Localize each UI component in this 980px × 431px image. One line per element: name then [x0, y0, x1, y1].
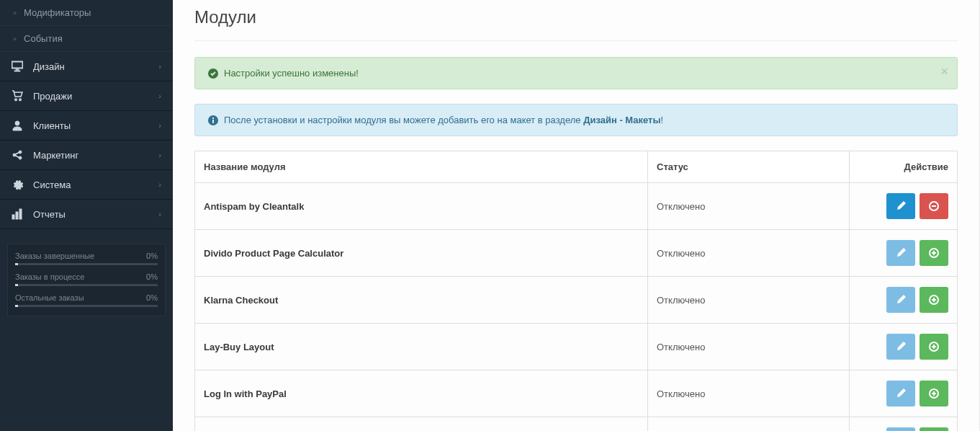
sidebar-subitem-label: События	[24, 33, 63, 44]
progress-label: Заказы завершенные	[15, 252, 94, 260]
progress-value: 0%	[146, 252, 158, 260]
edit-button[interactable]	[886, 381, 915, 406]
edit-button[interactable]	[886, 427, 915, 431]
install-button[interactable]	[920, 287, 948, 313]
chevron-right-icon: ›	[158, 151, 161, 159]
sidebar-item[interactable]: Клиенты ›	[0, 111, 173, 141]
module-actions	[850, 230, 958, 277]
sidebar-item[interactable]: Система ›	[0, 170, 173, 200]
install-button[interactable]	[920, 427, 948, 431]
module-name: Antispam by Cleantalk	[195, 183, 648, 230]
module-status: Отключено	[648, 230, 850, 277]
main-content: Модули Настройки успешно изменены! × Пос…	[173, 0, 980, 431]
progress-bar	[15, 263, 158, 265]
sidebar-item[interactable]: Продажи ›	[0, 81, 173, 111]
chevron-right-icon: ›	[158, 62, 161, 71]
page-title: Модули	[194, 0, 958, 41]
pencil-icon	[896, 342, 906, 352]
uninstall-button[interactable]	[920, 193, 948, 219]
modules-table: Название модуля Статус Действие Antispam…	[194, 151, 958, 431]
sidebar-item-label: Дизайн	[33, 61, 65, 72]
plus-circle-icon	[929, 388, 939, 399]
module-name: Log In with PayPal	[195, 370, 648, 417]
col-name[interactable]: Название модуля	[195, 151, 648, 183]
progress-label: Заказы в процессе	[15, 272, 84, 281]
alert-info: После установки и настройки модуля вы мо…	[194, 104, 958, 136]
progress-row: Заказы завершенные 0%	[15, 252, 158, 265]
module-actions	[850, 324, 958, 370]
sidebar-item[interactable]: Дизайн ›	[0, 52, 173, 81]
module-status: Отключено	[648, 324, 850, 370]
pencil-icon	[896, 201, 906, 211]
cart-icon	[12, 90, 23, 102]
pencil-icon	[896, 248, 906, 258]
module-status: Отключено	[648, 183, 850, 230]
sidebar: » Модификаторы» События Дизайн › Продажи…	[0, 0, 173, 431]
progress-row: Заказы в процессе 0%	[15, 272, 158, 286]
table-row: Antispam by Cleantalk Отключено	[195, 183, 958, 230]
sidebar-item[interactable]: Маркетинг ›	[0, 141, 173, 170]
order-progress-box: Заказы завершенные 0% Заказы в процессе …	[7, 244, 166, 316]
module-name: Divido Product Page Calculator	[195, 230, 648, 277]
chevron-double-icon: »	[13, 35, 17, 43]
chevron-right-icon: ›	[158, 210, 161, 218]
minus-circle-icon	[929, 201, 939, 211]
col-status[interactable]: Статус	[648, 151, 850, 183]
table-row: Divido Product Page Calculator Отключено	[195, 230, 958, 277]
table-row: Log In with PayPal Отключено	[195, 370, 958, 417]
progress-value: 0%	[146, 272, 158, 281]
module-actions	[850, 370, 958, 417]
module-actions	[850, 277, 958, 324]
chevron-right-icon: ›	[158, 121, 161, 130]
alert-close-button[interactable]: ×	[940, 65, 948, 78]
pencil-icon	[896, 295, 906, 305]
module-status: Отключено	[648, 277, 850, 324]
table-row: Login with Amazon Отключено	[195, 417, 958, 432]
install-button[interactable]	[920, 334, 948, 360]
module-actions	[850, 183, 958, 230]
sidebar-subitem-label: Модификаторы	[24, 7, 91, 18]
progress-label: Остальные заказы	[15, 293, 84, 302]
module-name: Lay-Buy Layout	[195, 324, 648, 370]
desktop-icon	[12, 61, 23, 72]
pencil-icon	[896, 388, 906, 399]
module-actions	[850, 417, 958, 432]
chart-icon	[12, 208, 23, 220]
edit-button[interactable]	[886, 334, 915, 360]
sidebar-item-label: Продажи	[33, 91, 72, 102]
sidebar-subitem[interactable]: » События	[0, 26, 173, 52]
alert-info-text: После установки и настройки модуля вы мо…	[224, 115, 663, 125]
edit-button[interactable]	[886, 240, 915, 266]
sidebar-item-label: Клиенты	[33, 120, 71, 131]
progress-value: 0%	[146, 293, 158, 302]
alert-success: Настройки успешно изменены! ×	[194, 57, 958, 89]
progress-bar	[15, 305, 158, 307]
col-action: Действие	[850, 151, 958, 183]
check-circle-icon	[208, 68, 218, 79]
install-button[interactable]	[920, 381, 948, 406]
progress-row: Остальные заказы 0%	[15, 293, 158, 307]
install-button[interactable]	[920, 240, 948, 266]
gear-icon	[12, 179, 23, 190]
chevron-double-icon: »	[13, 9, 17, 17]
module-name: Klarna Checkout	[195, 277, 648, 324]
table-row: Klarna Checkout Отключено	[195, 277, 958, 324]
sidebar-item[interactable]: Отчеты ›	[0, 200, 173, 229]
module-status: Отключено	[648, 370, 850, 417]
edit-button[interactable]	[886, 287, 915, 313]
sidebar-item-label: Система	[33, 179, 71, 190]
plus-circle-icon	[929, 248, 939, 258]
alert-success-text: Настройки успешно изменены!	[224, 68, 359, 79]
module-status: Отключено	[648, 417, 850, 432]
info-circle-icon	[208, 115, 218, 125]
module-name: Login with Amazon	[195, 417, 648, 432]
chevron-right-icon: ›	[158, 180, 161, 189]
sidebar-item-label: Отчеты	[33, 209, 66, 220]
sidebar-subitem[interactable]: » Модификаторы	[0, 0, 173, 26]
user-icon	[12, 120, 23, 131]
edit-button[interactable]	[886, 193, 915, 219]
plus-circle-icon	[929, 295, 939, 305]
share-icon	[12, 149, 23, 161]
table-row: Lay-Buy Layout Отключено	[195, 324, 958, 370]
sidebar-item-label: Маркетинг	[33, 150, 78, 161]
